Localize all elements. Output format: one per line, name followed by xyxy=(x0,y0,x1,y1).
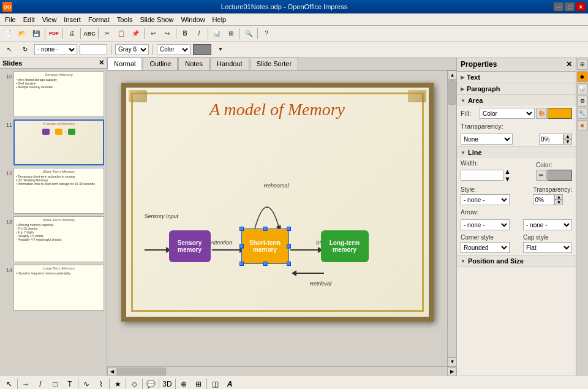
table-tool[interactable]: ⊞ xyxy=(192,377,205,390)
spin-down[interactable]: ▼ xyxy=(564,139,572,145)
chart-button[interactable]: 📊 xyxy=(210,27,224,40)
pdf-button[interactable]: PDF xyxy=(47,27,61,40)
select-button[interactable]: ↖ xyxy=(2,43,16,56)
area-section-header[interactable]: ▼ Area xyxy=(457,95,576,106)
help-button[interactable]: ? xyxy=(260,27,273,40)
slide-item-11[interactable]: 11 A model of Memory → → xyxy=(2,119,104,165)
maximize-button[interactable]: □ xyxy=(565,2,575,11)
slide-item-14[interactable]: 14 Long-Term Memory • Stored in long-ter… xyxy=(2,265,104,311)
line-style-select[interactable]: - none - xyxy=(461,194,510,205)
scroll-track[interactable] xyxy=(448,80,456,357)
arrow2-select[interactable]: - none - xyxy=(523,219,572,230)
bold-button[interactable]: B xyxy=(178,27,192,40)
shadow-tool[interactable]: ◫ xyxy=(208,377,222,390)
line-trans-down[interactable]: ▼ xyxy=(554,200,563,205)
save-button[interactable]: 💾 xyxy=(29,27,43,40)
scroll-down-btn[interactable]: ▼ xyxy=(448,357,456,366)
tab-outline[interactable]: Outline xyxy=(143,58,178,70)
fill-select[interactable]: Color xyxy=(480,108,535,119)
redo-button[interactable]: ↪ xyxy=(160,27,174,40)
star-tool[interactable]: ★ xyxy=(111,377,124,390)
slides-close[interactable]: ✕ xyxy=(99,59,104,67)
menu-item-tools[interactable]: Tools xyxy=(113,15,137,25)
handle-bl[interactable] xyxy=(239,262,244,266)
rotate-button[interactable]: ↻ xyxy=(18,43,32,56)
scroll-thumb[interactable] xyxy=(448,80,456,105)
slide-item-13[interactable]: 13 Short-Term memory • Working memory ca… xyxy=(2,216,104,262)
slide-item-10[interactable]: 10 Sensory Memory • Very limited storage… xyxy=(2,71,104,117)
text-section-header[interactable]: ▶ Text xyxy=(457,72,576,83)
flowchart-tool[interactable]: ◇ xyxy=(127,377,141,390)
fill-color-swatch[interactable] xyxy=(548,108,572,119)
handle-mr[interactable] xyxy=(287,244,291,249)
insert-obj-tool[interactable]: ⊕ xyxy=(177,377,190,390)
cut-button[interactable]: ✂ xyxy=(100,27,114,40)
scroll-right-btn[interactable]: ▶ xyxy=(447,367,456,376)
angle-input[interactable]: 0.00° xyxy=(80,44,107,55)
menu-item-edit[interactable]: Edit xyxy=(20,15,39,25)
rect-tool[interactable]: □ xyxy=(48,377,62,390)
position-size-header[interactable]: ▼ Position and Size xyxy=(457,255,576,266)
undo-button[interactable]: ↩ xyxy=(146,27,160,40)
tab-notes[interactable]: Notes xyxy=(178,58,209,70)
color-select[interactable]: Color xyxy=(157,44,190,55)
menu-item-help[interactable]: Help xyxy=(209,15,230,25)
table-button[interactable]: ⊞ xyxy=(224,27,238,40)
longterm-memory-box[interactable]: Long-termmemory xyxy=(321,230,369,262)
minimize-button[interactable]: ─ xyxy=(554,2,564,11)
line-transparency-input[interactable] xyxy=(533,194,554,205)
cap-select[interactable]: FlatRoundSquare xyxy=(523,242,572,253)
color-btn[interactable]: ▼ xyxy=(214,43,227,56)
side-icon-3[interactable]: 📊 xyxy=(577,83,588,94)
new-button[interactable]: 📄 xyxy=(1,27,15,40)
fontwork-tool[interactable]: A xyxy=(223,377,236,390)
shortterm-memory-box[interactable]: Short-termmemory xyxy=(241,228,289,264)
width-spin-up[interactable]: ▲ xyxy=(504,168,511,175)
side-icon-1[interactable]: ⊞ xyxy=(577,59,588,70)
scroll-up-btn[interactable]: ▲ xyxy=(448,70,456,80)
scroll-left-btn[interactable]: ◀ xyxy=(107,367,116,376)
corner-select[interactable]: RoundedMiteredBeveled xyxy=(461,242,510,253)
sensory-memory-box[interactable]: Sensorymemory xyxy=(169,230,211,262)
connector-tool[interactable]: ⌇ xyxy=(94,377,108,390)
open-button[interactable]: 📂 xyxy=(15,27,29,40)
canvas-vscrollbar[interactable]: ▲ ▼ xyxy=(447,70,456,366)
canvas-scroll[interactable]: A model of Memory Sensory Input Attentio… xyxy=(107,70,447,366)
tab-slide-sorter[interactable]: Slide Sorter xyxy=(250,58,298,70)
line-section-header[interactable]: ▼ Line xyxy=(457,147,576,158)
paragraph-section-header[interactable]: ▶ Paragraph xyxy=(457,83,576,94)
menu-item-slide show[interactable]: Slide Show xyxy=(136,15,177,25)
arrow-tool[interactable]: → xyxy=(19,377,32,390)
line-color-swatch[interactable] xyxy=(548,170,572,181)
paste-button[interactable]: 📌 xyxy=(129,27,142,40)
print-button[interactable]: 🖨 xyxy=(65,27,78,40)
hscroll-track[interactable] xyxy=(116,367,447,376)
line-width-input[interactable] xyxy=(461,170,503,181)
copy-button[interactable]: 📋 xyxy=(115,27,128,40)
handle-tl[interactable] xyxy=(239,227,244,231)
menu-item-format[interactable]: Format xyxy=(85,15,113,25)
menu-item-view[interactable]: View xyxy=(39,15,61,25)
tab-handout[interactable]: Handout xyxy=(210,58,249,70)
width-spin-down[interactable]: ▼ xyxy=(504,175,511,183)
slide-item-12[interactable]: 12 Short-Term Memory • Temporary short-t… xyxy=(2,168,104,214)
line-color-picker[interactable]: ✏ xyxy=(536,170,547,181)
close-button[interactable]: ✕ xyxy=(576,2,586,11)
line-trans-up[interactable]: ▲ xyxy=(554,194,563,200)
curve-tool[interactable]: ∿ xyxy=(80,377,93,390)
tab-normal[interactable]: Normal xyxy=(107,58,142,70)
transparency-input[interactable] xyxy=(539,134,564,145)
gray-select[interactable]: Gray 6 xyxy=(115,44,149,55)
zoom-in-button[interactable]: 🔍 xyxy=(242,27,255,40)
handle-bm[interactable] xyxy=(263,262,267,266)
spell-button[interactable]: ABC xyxy=(83,27,96,40)
side-icon-6[interactable]: ■ xyxy=(577,120,588,131)
menu-item-window[interactable]: Window xyxy=(177,15,208,25)
side-icon-4[interactable]: ⚙ xyxy=(577,96,588,107)
cursor-tool[interactable]: ↖ xyxy=(2,377,16,390)
canvas-hscrollbar[interactable]: ◀ ▶ xyxy=(107,366,456,376)
italic-button[interactable]: I xyxy=(192,27,206,40)
handle-br[interactable] xyxy=(287,262,291,266)
callout-tool[interactable]: 💬 xyxy=(144,377,157,390)
font-select[interactable]: - none - xyxy=(34,44,77,55)
